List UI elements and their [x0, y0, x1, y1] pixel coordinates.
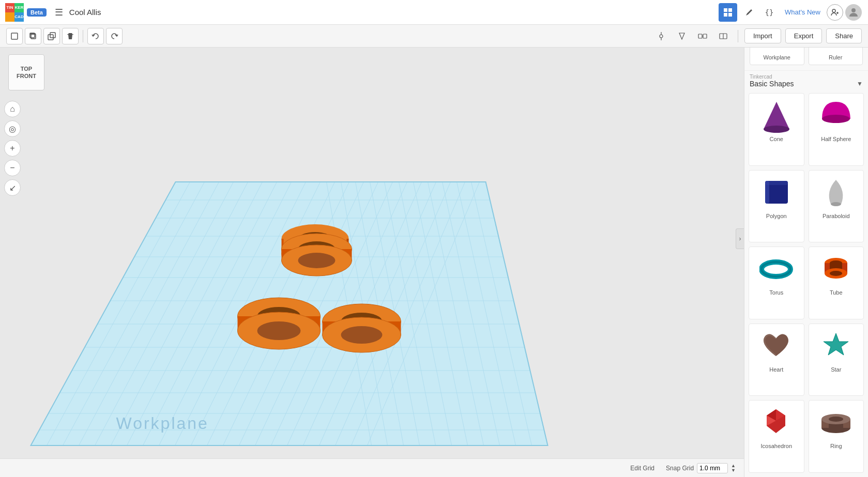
shapes-grid: Cone Half Sphere Polygon [744, 89, 868, 477]
svg-marker-100 [764, 102, 789, 129]
logo-area: TIN KER CAD Beta ☰ Cool Allis [0, 0, 106, 24]
shape-torus-preview [756, 251, 797, 287]
mirror-button[interactable] [674, 28, 690, 44]
whats-new-button[interactable]: What's New [781, 6, 825, 18]
share-button[interactable]: Share [826, 28, 862, 43]
left-controls: ⌂ ◎ + − ↙ [4, 101, 21, 196]
shape-heart[interactable]: Heart [749, 324, 804, 396]
shapes-provider: Tinkercad [750, 74, 863, 80]
delete-button[interactable] [62, 28, 79, 44]
svg-rect-14 [698, 34, 702, 38]
shape-half-sphere-label: Half Sphere [821, 136, 851, 142]
toolbar-separator-1 [83, 30, 83, 42]
svg-rect-2 [724, 13, 727, 17]
svg-point-102 [822, 115, 850, 123]
tinker-button[interactable] [739, 3, 758, 22]
workplane-text: Workplane [116, 414, 209, 433]
undo-button[interactable] [87, 28, 104, 44]
orbit-button[interactable]: ◎ [4, 120, 21, 137]
shape-ring[interactable]: Ring [809, 400, 864, 473]
toolbar: Import Export Share [0, 25, 868, 48]
shape-heart-label: Heart [769, 366, 783, 373]
add-user-button[interactable] [827, 4, 843, 21]
shape-tube[interactable]: Tube [809, 247, 864, 319]
zoom-in-button[interactable]: + [4, 140, 21, 157]
shape-ring-preview [815, 405, 857, 441]
workplane-svg: Workplane [0, 48, 744, 477]
shape-half-sphere[interactable]: Half Sphere [809, 93, 864, 166]
toolbar-separator-2 [738, 30, 738, 42]
ungroup-button[interactable] [715, 28, 732, 44]
shape-paraboloid[interactable]: Paraboloid [809, 170, 864, 243]
navbar: TIN KER CAD Beta ☰ Cool Allis {} What's … [0, 0, 868, 25]
shape-icosahedron-label: Icosahedron [760, 443, 792, 449]
nav-right: {} What's New [719, 3, 868, 22]
svg-point-5 [851, 8, 856, 12]
svg-rect-105 [765, 181, 769, 204]
document-icon: ☰ [55, 7, 63, 18]
tinkercad-logo[interactable]: TIN KER CAD [5, 3, 24, 22]
logo-cell-cad: CAD [14, 12, 24, 22]
orient-front-label: FRONT [17, 73, 36, 79]
panel-collapse-button[interactable]: › [736, 228, 744, 249]
shape-polygon[interactable]: Polygon [749, 170, 804, 243]
shape-star[interactable]: Star [809, 324, 864, 396]
shape-cone[interactable]: Cone [749, 93, 804, 166]
shape-paraboloid-preview [815, 175, 857, 211]
svg-point-80 [298, 253, 336, 268]
svg-point-90 [341, 326, 383, 344]
svg-point-4 [832, 9, 835, 12]
shape-torus[interactable]: Torus [749, 247, 804, 319]
shapes-dropdown-arrow[interactable]: ▼ [857, 80, 863, 87]
logo-cell-tin: TIN [5, 3, 14, 12]
svg-point-101 [764, 126, 789, 133]
edit-grid-button[interactable]: Edit Grid [627, 464, 658, 473]
shape-polygon-preview [756, 175, 797, 211]
user-avatar[interactable] [845, 4, 862, 21]
orientation-cube[interactable]: TOP FRONT [8, 54, 44, 90]
svg-point-11 [660, 35, 663, 38]
new-button[interactable] [6, 28, 23, 44]
shape-star-label: Star [831, 366, 841, 373]
snap-grid-arrows[interactable]: ▲▼ [731, 464, 736, 473]
shape-tube-label: Tube [830, 289, 843, 296]
zoom-out-button[interactable]: − [4, 160, 21, 176]
svg-point-126 [829, 417, 843, 422]
toolbar-right: Import Export Share [653, 28, 862, 44]
duplicate-button[interactable] [43, 28, 60, 44]
workplane-btn-label: Workplane [764, 54, 790, 60]
shape-ring-label: Ring [830, 443, 842, 449]
shape-tube-preview [815, 251, 857, 287]
svg-rect-10 [50, 33, 55, 38]
right-panel: Workplane Ruler Tinkercad Basic Shapes ▼ [744, 25, 868, 477]
shape-cone-preview [756, 98, 797, 134]
svg-point-114 [830, 271, 842, 276]
shape-cone-label: Cone [770, 136, 783, 142]
svg-rect-9 [48, 35, 53, 40]
redo-button[interactable] [106, 28, 123, 44]
home-view-button[interactable]: ⌂ [4, 101, 21, 117]
shape-torus-label: Torus [769, 289, 783, 296]
workplane-container[interactable]: Workplane [0, 48, 744, 477]
import-button[interactable]: Import [744, 28, 781, 43]
group-button[interactable] [694, 28, 711, 44]
align-button[interactable] [653, 28, 669, 44]
copy-button[interactable] [25, 28, 41, 44]
document-title[interactable]: Cool Allis [69, 8, 101, 17]
logo-cell-ker: KER [14, 3, 24, 12]
shape-half-sphere-preview [815, 98, 857, 134]
svg-rect-15 [703, 34, 707, 38]
grid-view-button[interactable] [719, 3, 737, 22]
shape-icosahedron[interactable]: Icosahedron [749, 400, 804, 473]
shapes-category-row: Basic Shapes ▼ [750, 80, 863, 88]
view-down-button[interactable]: ↙ [4, 179, 21, 196]
shape-paraboloid-label: Paraboloid [823, 213, 850, 219]
export-button[interactable]: Export [785, 28, 823, 43]
bottom-bar: Edit Grid Snap Grid ▲▼ [0, 458, 744, 477]
snap-grid-input[interactable] [697, 463, 728, 473]
orient-top-label: TOP [21, 66, 32, 72]
code-button[interactable]: {} [760, 3, 779, 22]
svg-point-106 [831, 202, 841, 206]
shapes-header: Tinkercad Basic Shapes ▼ [744, 71, 868, 89]
ruler-btn-label: Ruler [829, 54, 842, 60]
